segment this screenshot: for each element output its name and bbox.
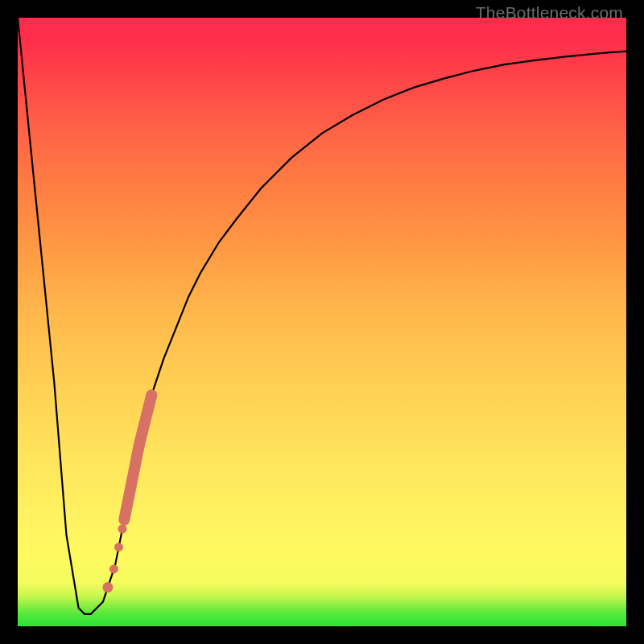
marker-dot — [118, 525, 127, 534]
highlight-segment — [124, 395, 151, 520]
chart-overlay — [18, 18, 626, 626]
bottleneck-curve — [18, 18, 626, 614]
curve-layer — [18, 18, 626, 614]
marker-dot — [114, 543, 123, 551]
dot-layer — [102, 525, 126, 593]
marker-dot — [109, 564, 118, 573]
marker-dot — [102, 582, 113, 592]
marker-layer — [124, 395, 151, 520]
chart-frame: TheBottleneck.com — [0, 0, 644, 644]
